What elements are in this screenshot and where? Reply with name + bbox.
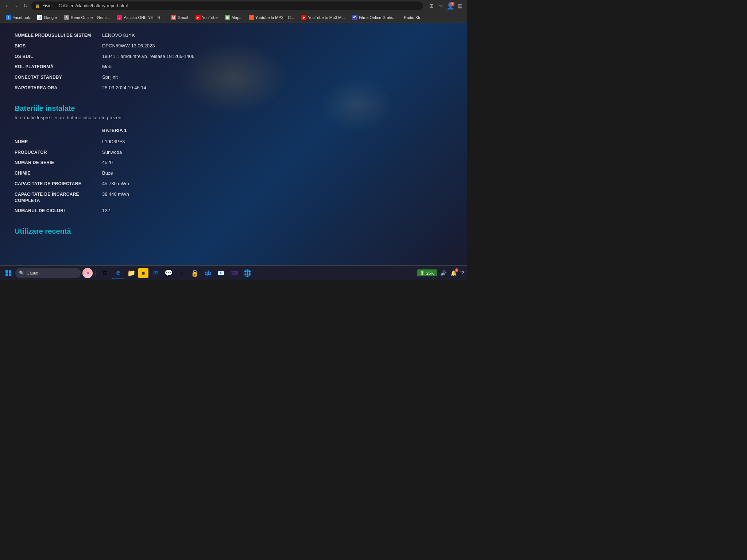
label-product-name: NUMELE PRODUSULUI DE SISTEM xyxy=(15,32,102,39)
notification-badge: 1 xyxy=(455,268,458,272)
profile-badge: 3 xyxy=(450,2,454,6)
value-os-build: 19041.1.amd64fre.vb_release.191206-1406 xyxy=(102,54,194,60)
favorite-icon[interactable]: ☆ xyxy=(437,2,445,10)
label-cycle-count: NUMARUL DE CICLURI xyxy=(15,208,102,214)
taskbar-apps: ⊞ e 📁 ■ ✉ 💬 ♪ 🔒 qb 📧 ⌨ 🌐 xyxy=(99,267,253,279)
bookmark-yt-mp3-m[interactable]: ▶ YouTube to Mp3 M... xyxy=(298,14,348,21)
label-full-charge: CAPACITATE DE ÎNCĂRCARE COMPLETĂ xyxy=(15,191,102,204)
bookmark-ytmp3[interactable]: ♫ Youtube la MP3 – C... xyxy=(246,14,297,21)
battery-row-0: NUME L19D3PF3 xyxy=(15,137,452,147)
taskbar-app-app1[interactable]: ■ xyxy=(138,268,148,278)
system-info-row-3: ROL PLATFORMĂ Mobil xyxy=(15,62,452,72)
battery-percent: 26% xyxy=(426,271,434,275)
label-serial: NUMĂR DE SERIE xyxy=(15,160,102,166)
volume-icon[interactable]: 🔊 xyxy=(440,269,448,277)
batteries-section: Bateriile instalate Informații despre fi… xyxy=(15,104,452,216)
address-protocol: Fisier xyxy=(42,3,53,8)
system-info-row-4: CONECTAT STANDBY Sprijinit xyxy=(15,72,452,83)
address-bar[interactable]: 🔒 Fisier C:/Users/claudiu/battery-report… xyxy=(31,1,423,10)
taskbar-app-files[interactable]: 📁 xyxy=(125,267,138,279)
battery-row-1: PRODUCĂTOR Sunwoda xyxy=(15,147,452,158)
taskbar-app-taskview[interactable]: ⊞ xyxy=(99,267,111,279)
taskbar-right: 🔋 26% 🔊 🔔 1 12 xyxy=(417,269,464,277)
battery-row-3: CHIMIE Buze xyxy=(15,168,452,179)
battery-row-4: CAPACITATE DE PROIECTARE 45.730 mWh xyxy=(15,179,452,189)
profile-icon[interactable]: 👤 3 xyxy=(446,2,454,10)
bookmark-google[interactable]: G Google xyxy=(34,14,59,21)
forward-button[interactable]: › xyxy=(12,2,20,9)
sidebar-icon[interactable]: ▤ xyxy=(456,2,464,10)
bookmark-filme[interactable]: HD Filme Online Gratis... xyxy=(349,14,399,21)
clock-time: 12 xyxy=(460,271,464,275)
taskbar-app-mail2[interactable]: 📧 xyxy=(215,267,227,279)
battery-indicator: 🔋 26% xyxy=(417,269,437,276)
battery-row-5: CAPACITATE DE ÎNCĂRCARE COMPLETĂ 38.440 … xyxy=(15,189,452,206)
search-bar[interactable]: 🔍 Căutați xyxy=(15,268,81,278)
label-design-capacity: CAPACITATE DE PROIECTARE xyxy=(15,181,102,187)
value-design-capacity: 45.730 mWh xyxy=(102,181,129,187)
system-info-table: NUMELE PRODUSULUI DE SISTEM LENOVO 81YK … xyxy=(15,30,452,93)
browser-content: NUMELE PRODUSULUI DE SISTEM LENOVO 81YK … xyxy=(0,23,467,266)
browser-toolbar-icons: ⊞ ☆ 👤 3 ▤ xyxy=(427,2,464,10)
reload-button[interactable]: ↻ xyxy=(22,2,29,9)
taskbar-app-lock[interactable]: 🔒 xyxy=(189,267,201,279)
battery-row-6: NUMARUL DE CICLURI 122 xyxy=(15,206,452,216)
taskbar-app-chrome[interactable]: 🌐 xyxy=(241,267,253,279)
bookmark-youtube[interactable]: ▶ Utilizare recentă YouTube xyxy=(193,14,221,21)
back-button[interactable]: ‹ xyxy=(3,2,10,9)
batteries-title: Bateriile instalate xyxy=(15,104,452,113)
address-protocol-icon: 🔒 xyxy=(35,4,40,8)
search-icon: 🔍 xyxy=(19,271,24,276)
value-chemistry: Buze xyxy=(102,170,113,176)
clock: 12 xyxy=(460,271,464,275)
taskbar-app-tiktok[interactable]: ♪ xyxy=(175,267,188,279)
label-os-build: OS BUIL xyxy=(15,54,102,60)
start-button[interactable] xyxy=(3,268,14,279)
taskbar-app-edge[interactable]: e xyxy=(112,267,124,279)
value-report-time: 28-03-2024 19:46:14 xyxy=(102,85,146,91)
bookmarks-bar: f Facebook G Google R Remi Online – Remi… xyxy=(0,12,467,23)
notification-icon[interactable]: 🔔 1 xyxy=(450,269,458,277)
flower-widget[interactable]: 🌸 xyxy=(82,268,93,278)
label-connected-standby: CONECTAT STANDBY xyxy=(15,74,102,81)
bookmark-remi[interactable]: R Remi Online – Remi... xyxy=(61,14,113,21)
label-platform-role: ROL PLATFORMĂ xyxy=(15,64,102,70)
value-bios: DPCN59WW 13.06.2023 xyxy=(102,43,155,49)
taskbar-divider-1 xyxy=(96,269,96,277)
label-battery-name: NUME xyxy=(15,139,102,145)
taskbar-app-whatsapp[interactable]: 💬 xyxy=(162,267,175,279)
value-connected-standby: Sprijinit xyxy=(102,74,118,81)
system-info-row-5: RAPORTAREA ORA 28-03-2024 19:46:14 xyxy=(15,83,452,93)
bookmark-gmail[interactable]: M Gmail xyxy=(168,14,191,21)
translate-icon[interactable]: ⊞ xyxy=(427,2,436,10)
battery-icon: 🔋 xyxy=(420,271,425,275)
batteries-subtitle: Informații despre fiecare baterie instal… xyxy=(15,115,452,120)
value-battery-name: L19D3PF3 xyxy=(102,139,125,145)
bookmark-maps[interactable]: ◉ Maps xyxy=(222,14,244,21)
system-info-row-0: NUMELE PRODUSULUI DE SISTEM LENOVO 81YK xyxy=(15,30,452,41)
taskbar-app-mail[interactable]: ✉ xyxy=(149,267,162,279)
address-path: C:/Users/claudiu/battery-report.html xyxy=(59,3,128,8)
bookmark-radio[interactable]: Radio Xtr... xyxy=(401,14,426,21)
taskbar: 🔍 Căutați 🌸 ⊞ e 📁 ■ ✉ 💬 ♪ 🔒 qb 📧 ⌨ 🌐 🔋 2… xyxy=(0,265,467,280)
value-product-name: LENOVO 81YK xyxy=(102,32,135,39)
report-content: NUMELE PRODUSULUI DE SISTEM LENOVO 81YK … xyxy=(15,30,452,236)
recent-title: Utilizare recentă xyxy=(15,227,452,236)
value-full-charge: 38.440 mWh xyxy=(102,191,129,204)
value-serial: 4520 xyxy=(102,160,113,166)
bookmark-facebook[interactable]: f Facebook xyxy=(3,14,33,21)
value-cycle-count: 122 xyxy=(102,208,110,214)
taskbar-app-powershell[interactable]: ⌨ xyxy=(228,267,240,279)
bookmark-asculta[interactable]: ♪ Asculta ONLINE – R... xyxy=(114,14,166,21)
system-info-row-1: BIOS DPCN59WW 13.06.2023 xyxy=(15,41,452,51)
label-chemistry: CHIMIE xyxy=(15,170,102,176)
browser-titlebar: ‹ › ↻ 🔒 Fisier C:/Users/claudiu/battery-… xyxy=(0,0,467,12)
search-placeholder: Căutați xyxy=(27,271,39,275)
label-manufacturer: PRODUCĂTOR xyxy=(15,149,102,156)
battery-header: BATERIA 1 xyxy=(102,128,452,133)
battery-info-table: NUME L19D3PF3 PRODUCĂTOR Sunwoda NUMĂR D… xyxy=(15,137,452,216)
value-manufacturer: Sunwoda xyxy=(102,149,122,156)
label-bios: BIOS xyxy=(15,43,102,49)
taskbar-app-qb[interactable]: qb xyxy=(202,267,214,279)
battery-row-2: NUMĂR DE SERIE 4520 xyxy=(15,158,452,168)
